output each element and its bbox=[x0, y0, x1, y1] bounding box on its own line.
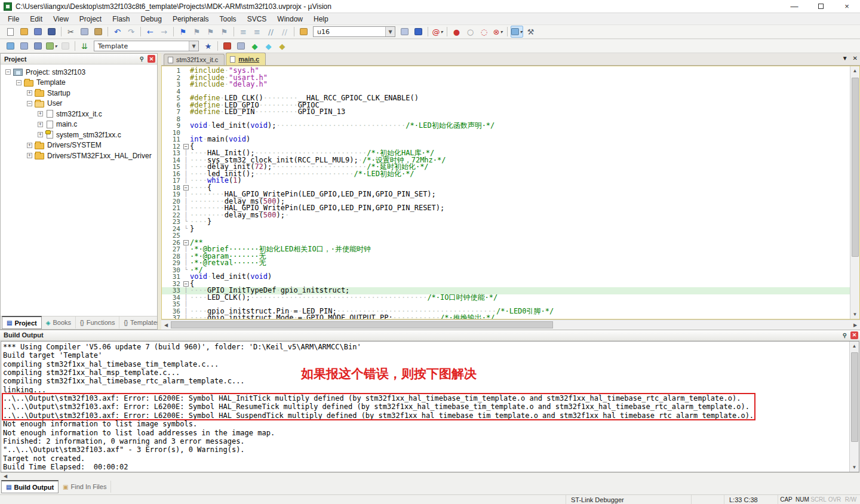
options-wizard-icon[interactable]: ★ bbox=[202, 40, 214, 52]
tree-expander-icon[interactable]: + bbox=[38, 132, 43, 137]
bookmark-next-icon[interactable]: ⚑ bbox=[204, 26, 217, 38]
indent-icon[interactable]: ≡ bbox=[237, 26, 250, 38]
scroll-right-icon[interactable]: ▶ bbox=[850, 322, 860, 328]
menu-window[interactable]: Window bbox=[272, 14, 308, 24]
build-output-close-icon[interactable]: ✕ bbox=[850, 331, 858, 339]
build-horizontal-scrollbar[interactable]: ◀ bbox=[0, 472, 860, 481]
breakpoint-disable-all-icon[interactable]: ◌ bbox=[478, 26, 490, 38]
configure-icon[interactable]: ⚒ bbox=[524, 26, 537, 38]
scroll-thumb[interactable] bbox=[852, 78, 859, 257]
maximize-button[interactable] bbox=[807, 0, 834, 13]
nav-forward-icon[interactable]: → bbox=[158, 26, 170, 38]
search-input[interactable]: u16 bbox=[314, 28, 385, 36]
tree-expander-icon[interactable]: − bbox=[16, 80, 22, 85]
breakpoint-disable-icon[interactable]: ○ bbox=[464, 26, 477, 38]
tree-expander-icon[interactable]: − bbox=[27, 101, 32, 106]
search-dropdown-icon[interactable]: ▼ bbox=[385, 27, 395, 36]
manage-components-icon[interactable] bbox=[235, 40, 247, 52]
menu-tools[interactable]: Tools bbox=[214, 14, 242, 24]
fold-marker-icon[interactable]: − bbox=[182, 143, 190, 150]
build-icon[interactable] bbox=[18, 40, 30, 52]
doc-tab-stm32f1xx-it-c[interactable]: stm32f1xx_it.c bbox=[164, 54, 225, 65]
tab-list-dropdown-icon[interactable]: ▼ bbox=[842, 55, 848, 62]
target-select[interactable]: Template ▼ bbox=[94, 41, 199, 51]
pin-icon[interactable]: ⚲ bbox=[138, 55, 146, 63]
minimize-button[interactable]: — bbox=[781, 0, 807, 13]
scroll-up-icon[interactable]: ▲ bbox=[853, 66, 858, 75]
debug-search-icon[interactable]: @▾ bbox=[431, 26, 444, 38]
tree-item-startup[interactable]: +Startup bbox=[1, 88, 157, 99]
menu-debug[interactable]: Debug bbox=[136, 14, 167, 24]
breakpoint-insert-icon[interactable]: ● bbox=[450, 26, 463, 38]
bottom-tab-find-in-files[interactable]: ▣Find In Files bbox=[59, 481, 111, 493]
pin-icon[interactable]: ⚲ bbox=[841, 331, 849, 339]
find-in-files-folder-icon[interactable] bbox=[297, 26, 310, 38]
batch-build-icon[interactable]: ▾ bbox=[45, 40, 58, 52]
build-output-log[interactable]: 如果报这个错误，则按下图解决 *** Using Compiler 'V5.06… bbox=[1, 342, 849, 472]
bottom-tab-build-output[interactable]: ▤Build Output bbox=[1, 480, 59, 493]
find-dialog-icon[interactable] bbox=[398, 26, 411, 38]
document-close-icon[interactable]: ✕ bbox=[853, 55, 858, 62]
code-editor[interactable]: 1#include·"sys.h"2#include·"usart.h"3#in… bbox=[161, 66, 860, 319]
copy-icon[interactable] bbox=[78, 26, 91, 38]
window-layout-icon[interactable]: ▾ bbox=[511, 26, 523, 38]
select-packs-icon[interactable]: ◆ bbox=[262, 40, 275, 52]
tree-expander-icon[interactable]: + bbox=[27, 153, 32, 158]
bookmark-toggle-icon[interactable]: ⚑ bbox=[177, 26, 189, 38]
translate-icon[interactable] bbox=[4, 40, 17, 52]
fold-marker-icon[interactable]: − bbox=[182, 185, 190, 192]
outdent-icon[interactable]: ≡ bbox=[251, 26, 263, 38]
save-icon[interactable] bbox=[32, 26, 44, 38]
menu-peripherals[interactable]: Peripherals bbox=[167, 14, 214, 24]
tree-item-stm32f1xx-it-c[interactable]: +stm32f1xx_it.c bbox=[1, 109, 157, 119]
redo-icon[interactable]: ↷ bbox=[125, 26, 137, 38]
tree-item-main-c[interactable]: +main.c bbox=[1, 119, 157, 130]
rebuild-icon[interactable] bbox=[32, 40, 44, 52]
scroll-thumb[interactable] bbox=[851, 352, 858, 442]
tree-item-project-stm32f103[interactable]: −Project: stm32f103 bbox=[1, 67, 157, 78]
doc-tab-main-c[interactable]: main.c bbox=[226, 53, 266, 65]
breakpoint-kill-all-icon[interactable]: ⊗▾ bbox=[492, 26, 504, 38]
fold-marker-icon[interactable]: − bbox=[182, 239, 190, 247]
editor-horizontal-scrollbar[interactable]: ◀ ▶ bbox=[161, 319, 860, 330]
tree-expander-icon[interactable]: + bbox=[38, 122, 43, 127]
scroll-left-icon[interactable]: ◀ bbox=[1, 474, 10, 479]
bookmark-prev-icon[interactable]: ⚑ bbox=[191, 26, 203, 38]
bookmark-clear-icon[interactable]: ⚑ bbox=[218, 26, 231, 38]
tree-item-drivers-stm32f1xx-hal-driver[interactable]: +Drivers/STM32F1xx_HAL_Driver bbox=[1, 150, 157, 161]
new-file-icon[interactable] bbox=[4, 26, 17, 38]
comment-icon[interactable]: // bbox=[265, 26, 277, 38]
panel-tab-functions[interactable]: {}Functions bbox=[76, 316, 119, 328]
menu-flash[interactable]: Flash bbox=[107, 14, 135, 24]
tree-expander-icon[interactable]: + bbox=[27, 143, 32, 148]
uncomment-icon[interactable]: // bbox=[278, 26, 291, 38]
menu-view[interactable]: View bbox=[48, 14, 74, 24]
download-load-icon[interactable]: ⇊ bbox=[78, 40, 91, 52]
cut-icon[interactable]: ✂ bbox=[64, 26, 77, 38]
scroll-thumb-horizontal[interactable] bbox=[171, 321, 553, 328]
menu-project[interactable]: Project bbox=[74, 14, 107, 24]
menu-svcs[interactable]: SVCS bbox=[242, 14, 272, 24]
close-button[interactable]: × bbox=[834, 0, 860, 13]
open-file-icon[interactable] bbox=[18, 26, 30, 38]
target-dropdown-icon[interactable]: ▼ bbox=[189, 41, 198, 51]
target-select-value[interactable]: Template bbox=[94, 42, 189, 50]
stop-build-icon[interactable] bbox=[59, 40, 72, 52]
search-combo[interactable]: u16 ▼ bbox=[313, 26, 395, 37]
editor-vertical-scrollbar[interactable]: ▲ ▼ bbox=[850, 66, 859, 319]
incremental-find-icon[interactable] bbox=[412, 26, 425, 38]
tree-expander-icon[interactable]: + bbox=[38, 111, 43, 116]
scroll-left-icon[interactable]: ◀ bbox=[161, 322, 171, 328]
panel-tab-project[interactable]: ▤Project bbox=[2, 316, 42, 329]
target-options-icon[interactable] bbox=[221, 40, 234, 52]
scroll-up-icon[interactable]: ▲ bbox=[852, 342, 857, 351]
save-all-icon[interactable] bbox=[45, 26, 58, 38]
build-vertical-scrollbar[interactable]: ▲ ▼ bbox=[849, 342, 859, 472]
menu-help[interactable]: Help bbox=[308, 14, 334, 24]
runtime-environment-icon[interactable]: ◆ bbox=[276, 40, 288, 52]
tree-item-user[interactable]: −User bbox=[1, 99, 157, 109]
menu-file[interactable]: File bbox=[2, 14, 24, 24]
menu-edit[interactable]: Edit bbox=[24, 14, 48, 24]
paste-icon[interactable] bbox=[92, 26, 105, 38]
project-panel-close-icon[interactable]: ✕ bbox=[148, 55, 155, 63]
